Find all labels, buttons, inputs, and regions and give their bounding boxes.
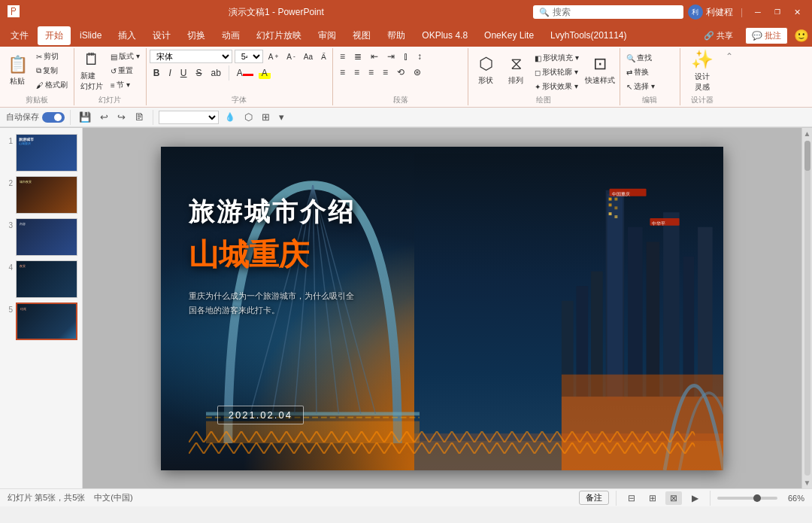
quick-styles-button[interactable]: ⊡ 快速样式	[583, 48, 617, 92]
search-input[interactable]	[553, 7, 673, 17]
shape-fill-button[interactable]: ◧ 形状填充 ▾	[532, 51, 582, 65]
extra-tools-button[interactable]: ⊞	[259, 110, 273, 124]
close-button[interactable]: ✕	[789, 7, 804, 17]
format-painter-button[interactable]: 🖌格式刷	[33, 78, 71, 92]
scroll-up-arrow[interactable]: ▲	[802, 128, 812, 139]
cut-button[interactable]: ✂剪切	[33, 50, 71, 63]
menu-item-design[interactable]: 设计	[145, 26, 178, 45]
print-button[interactable]: 🖹	[132, 110, 147, 124]
zoom-thumb[interactable]	[753, 494, 761, 502]
align-center-button[interactable]: ≡	[350, 65, 363, 79]
select-button[interactable]: ↖ 选择 ▾	[623, 80, 658, 93]
slide-thumb-1[interactable]: 1 旅游城市 山城重庆	[5, 134, 77, 172]
more-qa-button[interactable]: ▾	[276, 110, 287, 124]
font-color-button[interactable]: A	[233, 66, 257, 80]
menu-item-review[interactable]: 审阅	[311, 26, 344, 45]
slide-thumb-5[interactable]: 5 结尾	[5, 303, 77, 340]
copy-button[interactable]: ⧉复制	[33, 64, 71, 78]
shapes-button-qa[interactable]: ⬡	[241, 110, 256, 124]
text-direction-button[interactable]: ⟲	[393, 65, 408, 79]
menu-item-okplus[interactable]: OKPlus 4.8	[414, 27, 475, 44]
slide-sorter-button[interactable]: ⊠	[665, 491, 682, 505]
italic-button[interactable]: I	[165, 66, 174, 80]
scroll-track[interactable]	[804, 141, 810, 476]
shape-effects-button[interactable]: ✦ 形状效果 ▾	[532, 80, 582, 93]
slide-main-title: 旅游城市介绍	[189, 195, 362, 230]
menu-item-onekey[interactable]: OneKey Lite	[477, 27, 541, 44]
bold-button[interactable]: B	[150, 66, 164, 80]
search-box[interactable]: 🔍	[533, 5, 683, 19]
design-ideas-button[interactable]: ✨ 设计灵感	[683, 49, 721, 93]
undo-button[interactable]: ↩	[97, 110, 111, 124]
layout-button[interactable]: ▤版式 ▾	[108, 50, 143, 63]
slide-thumb-2[interactable]: 2 城市夜景	[5, 176, 77, 214]
shape-outline-button[interactable]: ◻ 形状轮廓 ▾	[532, 65, 582, 79]
shape-fill-icon: ◧	[535, 54, 541, 62]
menu-item-home[interactable]: 开始	[38, 26, 71, 45]
comment-button[interactable]: 💬 批注	[745, 27, 788, 44]
ribbon-collapse-button[interactable]: ⌃	[726, 51, 733, 62]
share-button[interactable]: 🔗 共享	[696, 28, 741, 44]
redo-button[interactable]: ↪	[114, 110, 129, 124]
scroll-thumb[interactable]	[804, 141, 810, 171]
eyedropper-button[interactable]: 💧	[222, 111, 238, 123]
columns-button[interactable]: ⫿	[400, 50, 412, 63]
outline-view-button[interactable]: ⊞	[644, 491, 661, 505]
autosave-toggle[interactable]	[42, 112, 65, 123]
strikethrough-button[interactable]: S	[192, 66, 205, 80]
restore-button[interactable]: ❐	[770, 7, 785, 17]
decrease-indent-button[interactable]: ⇤	[367, 50, 382, 63]
zoom-slider[interactable]	[717, 497, 777, 500]
change-case-button[interactable]: Aa	[301, 51, 316, 62]
normal-view-button[interactable]: ⊟	[623, 491, 640, 505]
line-spacing-button[interactable]: ↕	[414, 50, 426, 63]
highlight-button[interactable]: A	[259, 67, 271, 79]
increase-font-button[interactable]: A+	[265, 51, 282, 62]
menu-item-islide[interactable]: iSlide	[72, 27, 109, 44]
menu-item-animations[interactable]: 动画	[214, 26, 247, 45]
right-scrollbar[interactable]: ▲ ▼	[801, 128, 812, 488]
new-slide-button[interactable]: 🗒 新建幻灯片	[77, 49, 106, 93]
menu-item-insert[interactable]: 插入	[111, 26, 144, 45]
menu-item-view[interactable]: 视图	[345, 26, 378, 45]
notes-button[interactable]: 备注	[579, 491, 609, 505]
scroll-down-arrow[interactable]: ▼	[802, 477, 812, 488]
decrease-font-button[interactable]: A-	[283, 51, 298, 62]
align-left-button[interactable]: ≡	[336, 65, 349, 79]
slide-thumb-4[interactable]: 4 夜景	[5, 260, 77, 298]
font-size-select[interactable]: 54	[235, 50, 263, 63]
menu-item-lvyh[interactable]: LvyhTools(201114)	[543, 27, 634, 44]
minimize-button[interactable]: ─	[750, 7, 765, 17]
section-button[interactable]: ≡节 ▾	[108, 78, 143, 92]
theme-color-select[interactable]	[159, 111, 219, 124]
align-right-button[interactable]: ≡	[365, 65, 377, 79]
save-button[interactable]: 💾	[76, 110, 94, 124]
font-name-select[interactable]: 宋体	[150, 50, 232, 63]
menu-item-file[interactable]: 文件	[3, 26, 36, 45]
arrange-button[interactable]: ⧖ 排列	[501, 48, 530, 92]
clear-format-button[interactable]: A̋	[318, 51, 329, 62]
numbering-button[interactable]: ≣	[350, 50, 365, 63]
bullets-button[interactable]: ≡	[336, 50, 349, 63]
select-icon: ↖	[626, 83, 632, 91]
menu-item-transitions[interactable]: 切换	[180, 26, 213, 45]
find-button[interactable]: 🔍 查找	[623, 51, 658, 65]
cut-icon: ✂	[36, 53, 42, 61]
increase-indent-button[interactable]: ⇥	[383, 50, 398, 63]
slide-thumb-3[interactable]: 3 内容	[5, 218, 77, 256]
menu-item-slideshow[interactable]: 幻灯片放映	[249, 26, 309, 45]
svg-text:中华平: 中华平	[652, 220, 665, 225]
reading-view-button[interactable]: ▶	[686, 491, 703, 505]
subscript-button[interactable]: ab	[207, 66, 224, 80]
menu-item-help[interactable]: 帮助	[380, 26, 413, 45]
svg-rect-9	[628, 227, 643, 396]
underline-button[interactable]: U	[177, 66, 191, 80]
justify-button[interactable]: ≡	[379, 65, 392, 79]
smartart-button[interactable]: ⊛	[410, 65, 425, 79]
paste-button[interactable]: 📋 粘贴	[3, 49, 32, 93]
shape-button[interactable]: ⬡ 形状	[471, 48, 500, 92]
reset-button[interactable]: ↺重置	[108, 64, 143, 78]
svg-rect-13	[698, 227, 713, 396]
replace-button[interactable]: ⇄ 替换	[623, 65, 658, 79]
slide-canvas[interactable]: 中国重庆 中华平	[161, 147, 723, 470]
